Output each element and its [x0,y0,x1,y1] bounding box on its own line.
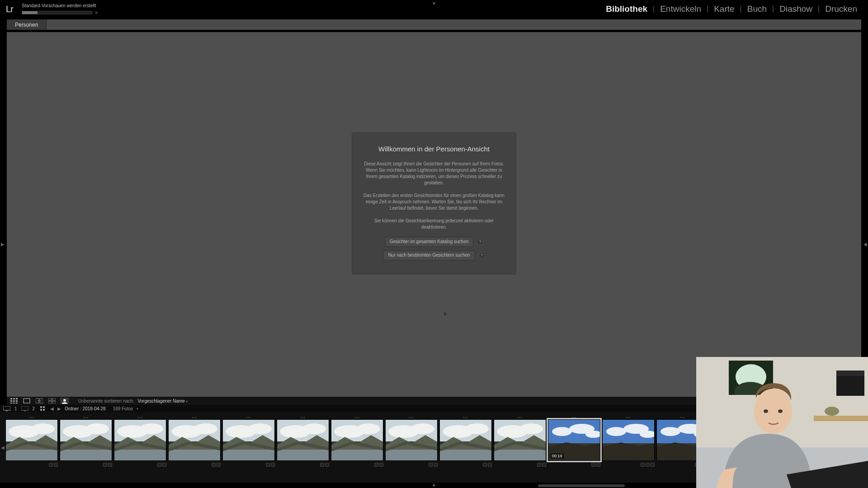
filmstrip-thumbnail[interactable]: ••• [222,419,275,461]
module-karte[interactable]: Karte [708,0,740,18]
thumbnail-image [60,419,112,461]
filmstrip-thumbnail[interactable]: ••• [331,419,383,461]
svg-rect-61 [440,450,492,461]
thumbnail-handle-icon: ••• [626,415,631,419]
svg-rect-23 [43,406,45,408]
thumbnail-handle-icon: ••• [83,415,88,419]
thumbnail-image [168,419,221,461]
thumbnail-handle-icon: ••• [517,415,522,419]
loupe-view-icon[interactable] [22,398,31,404]
svg-rect-49 [277,450,329,461]
filmstrip-thumbnail[interactable]: ••• [5,419,58,461]
grid-view-icon[interactable] [9,398,19,404]
monitor-2-label: 2 [33,406,35,411]
help-icon[interactable]: ? [479,252,485,258]
svg-point-56 [411,423,434,434]
module-entwickeln[interactable]: Entwickeln [655,0,707,18]
svg-rect-20 [21,406,28,410]
grid-small-icon[interactable] [38,406,47,411]
module-bibliothek[interactable]: Bibliothek [600,0,653,18]
sort-dropdown[interactable]: Vorgeschlagener Name▾ [137,399,188,404]
thumbnail-handle-icon: ••• [192,415,197,419]
filmstrip-thumbnail[interactable]: •••00:19 [548,419,600,461]
chevron-down-icon[interactable]: ▾ [137,407,138,411]
help-icon[interactable]: ? [477,239,483,245]
thumbnail-image [5,419,58,461]
thumbnail-handle-icon: ••• [137,415,142,419]
welcome-paragraph: Diese Ansicht zeigt Ihnen die Gesichter … [362,161,506,186]
welcome-panel: Willkommen in der Personen-Ansicht Diese… [352,132,516,274]
svg-point-28 [31,423,55,434]
thumbnail-badges [5,462,58,467]
main-canvas: Willkommen in der Personen-Ansicht Diese… [6,32,862,398]
filmstrip-thumbnail[interactable]: ••• [168,419,221,461]
text-cursor: b [444,311,447,316]
svg-rect-37 [114,450,166,461]
svg-rect-24 [40,409,42,411]
progress-label: Standard-Vorschauen werden erstellt [22,3,98,8]
expand-bottom-panel-icon[interactable]: ▲ [432,482,436,487]
svg-rect-33 [60,450,112,461]
thumbnail-handle-icon: ••• [300,415,305,419]
svg-rect-53 [331,450,383,461]
svg-rect-87 [836,375,864,396]
thumbnail-badges [494,462,546,467]
svg-point-52 [357,423,380,434]
module-switcher: Bibliothek|Entwickeln|Karte|Buch|Diashow… [600,0,868,18]
thumbnail-handle-icon: ••• [29,415,34,419]
main-display-toggle-icon[interactable] [3,406,11,411]
people-view-icon[interactable] [60,398,69,404]
thumbnail-handle-icon: ••• [571,415,576,419]
expand-left-panel-icon[interactable]: ▶ [1,242,5,247]
svg-rect-45 [223,450,275,461]
filmstrip-scroll-left-icon[interactable]: ◀ [1,445,5,450]
thumbnail-badges [548,462,600,467]
source-path[interactable]: Ordner : 2018-04-28 [65,406,106,411]
filmstrip-thumbnail[interactable]: ••• [114,419,166,461]
module-buch[interactable]: Buch [742,0,772,18]
nav-forward-icon[interactable]: ▶ [57,406,61,411]
survey-view-icon[interactable] [47,398,57,404]
thumbnail-handle-icon: ••• [354,415,359,419]
filmstrip-thumbnail[interactable]: ••• [602,419,655,461]
monitor-1-label: 1 [14,406,17,411]
app-logo: Lr [0,0,19,18]
module-diashow[interactable]: Diashow [774,0,818,18]
thumbnail-handle-icon: ••• [409,415,414,419]
svg-rect-21 [24,411,26,411]
tab-people[interactable]: Personen [7,19,47,30]
thumbnail-image [494,419,546,461]
filmstrip-thumbnail[interactable]: ••• [385,419,438,461]
thumbnail-badges [277,462,329,467]
find-specific-faces-button[interactable]: Nur nach bestimmten Gesichtern suchen [383,250,475,260]
nav-back-icon[interactable]: ◀ [50,406,54,411]
thumbnail-image [114,419,166,461]
cancel-progress-button[interactable]: × [95,10,98,15]
svg-point-72 [606,427,626,436]
svg-rect-2 [16,398,18,399]
expand-top-panel-icon[interactable]: ▼ [432,1,436,6]
thumbnail-image [385,419,438,461]
expand-right-panel-icon[interactable]: ◀ [863,242,867,247]
second-display-toggle-icon[interactable] [21,406,29,411]
filmstrip-thumbnail[interactable]: ••• [60,419,112,461]
find-faces-catalog-button[interactable]: Gesichter im gesamten Katalog suchen [385,237,474,247]
svg-rect-7 [13,403,15,404]
svg-point-44 [248,423,272,434]
module-drucken[interactable]: Drucken [820,0,863,18]
compare-view-icon[interactable] [35,398,44,404]
filmstrip-thumbnail[interactable]: ••• [439,419,492,461]
svg-rect-4 [13,400,15,402]
svg-rect-25 [43,409,45,411]
svg-point-94 [778,409,783,413]
thumbnail-badges [331,462,383,467]
svg-point-36 [140,423,163,434]
filmstrip-thumbnail[interactable]: ••• [494,419,546,461]
svg-rect-22 [40,406,42,408]
view-tab-bar: Personen [6,19,862,30]
thumbnail-badges [168,462,221,467]
svg-rect-16 [52,401,56,404]
welcome-paragraph: Sie können die Gesichtserkennung jederze… [362,218,506,230]
svg-rect-57 [386,450,438,461]
filmstrip-thumbnail[interactable]: ••• [277,419,329,461]
